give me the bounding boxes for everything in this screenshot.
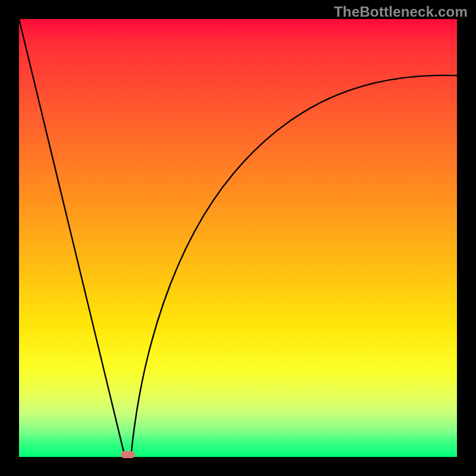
- bottleneck-marker: [121, 451, 135, 458]
- watermark-text: TheBottleneck.com: [334, 4, 468, 20]
- curve-right-branch: [131, 76, 457, 457]
- curve-left-branch: [19, 19, 125, 457]
- bottleneck-curve: [19, 19, 457, 457]
- chart-frame: TheBottleneck.com: [0, 0, 476, 476]
